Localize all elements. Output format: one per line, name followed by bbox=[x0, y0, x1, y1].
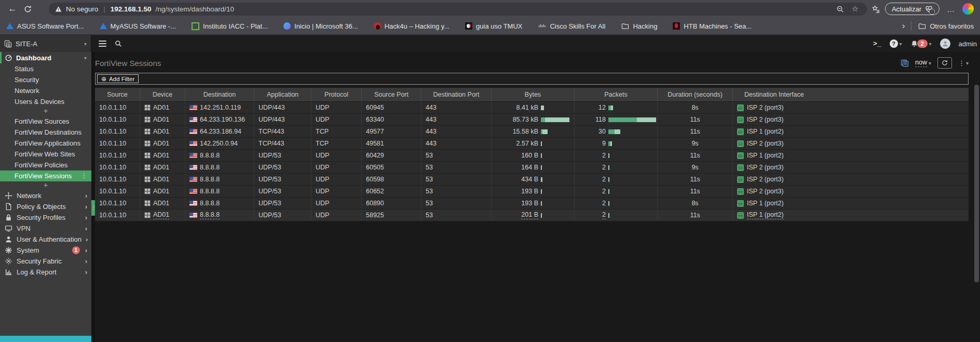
cell-destination[interactable]: 8.8.8.8 bbox=[185, 186, 254, 197]
cell-source[interactable]: 10.0.1.10 bbox=[95, 174, 140, 185]
back-button[interactable]: ← bbox=[6, 4, 19, 14]
sidebar-item-fortiview-web-sites[interactable]: FortiView Web Sites bbox=[0, 149, 91, 160]
cell-destination-port[interactable]: 443 bbox=[421, 114, 492, 125]
column-header-device[interactable]: Device bbox=[140, 88, 185, 101]
cell-application[interactable]: UDP/53 bbox=[254, 186, 311, 197]
cell-device[interactable]: AD01 bbox=[140, 114, 185, 125]
cell-destination-interface[interactable]: ISP 2 (port3) bbox=[733, 114, 969, 125]
copilot-icon[interactable] bbox=[962, 3, 974, 15]
sidebar-item-system[interactable]: System1› bbox=[0, 245, 91, 256]
sidebar-item-users-devices[interactable]: Users & Devices bbox=[0, 96, 91, 107]
cell-application[interactable]: UDP/53 bbox=[254, 150, 311, 161]
bookmarks-overflow-chevron[interactable]: › bbox=[902, 21, 905, 31]
cell-source[interactable]: 10.0.1.10 bbox=[95, 114, 140, 125]
search-icon[interactable] bbox=[115, 40, 122, 47]
cell-packets[interactable]: 12 bbox=[575, 102, 658, 113]
cell-duration[interactable]: 8s bbox=[658, 102, 733, 113]
cell-packets[interactable]: 2 bbox=[575, 162, 658, 173]
cell-source-port[interactable]: 49577 bbox=[362, 126, 421, 137]
cell-application[interactable]: UDP/443 bbox=[254, 102, 311, 113]
cell-source[interactable]: 10.0.1.10 bbox=[95, 126, 140, 137]
sidebar-add-dashboard-button[interactable]: + bbox=[0, 181, 91, 190]
table-row[interactable]: 10.0.1.10 AD01 8.8.8.8 UDP/53 UDP 60429 … bbox=[95, 150, 969, 162]
sidebar-item-status[interactable]: Status bbox=[0, 63, 91, 74]
cell-device[interactable]: AD01 bbox=[140, 198, 185, 209]
cell-packets[interactable]: 30 bbox=[575, 126, 658, 137]
cell-destination[interactable]: 64.233.190.136 bbox=[185, 114, 254, 125]
cell-destination-port[interactable]: 53 bbox=[421, 198, 492, 209]
bookmark-instituto-iacc-plat[interactable]: Instituto IACC - Plat... bbox=[192, 22, 268, 30]
cell-device[interactable]: AD01 bbox=[140, 150, 185, 161]
cell-application[interactable]: TCP/443 bbox=[254, 138, 311, 149]
other-favorites-folder[interactable]: Otros favoritos bbox=[918, 22, 974, 30]
cell-packets[interactable]: 2 bbox=[575, 198, 658, 209]
column-header-application[interactable]: Application bbox=[254, 88, 311, 101]
cell-protocol[interactable]: TCP bbox=[311, 126, 362, 137]
cell-protocol[interactable]: UDP bbox=[311, 186, 362, 197]
cell-bytes[interactable]: 2.57 kB bbox=[492, 138, 575, 149]
cell-packets[interactable]: 118 bbox=[575, 114, 658, 125]
cell-protocol[interactable]: UDP bbox=[311, 114, 362, 125]
cell-destination-port[interactable]: 443 bbox=[421, 102, 492, 113]
cell-source[interactable]: 10.0.1.10 bbox=[95, 150, 140, 161]
help-menu[interactable]: ? ▾ bbox=[890, 40, 902, 48]
table-row[interactable]: 10.0.1.10 AD01 8.8.8.8 UDP/53 UDP 58925 … bbox=[95, 209, 969, 221]
cell-protocol[interactable]: UDP bbox=[311, 174, 362, 185]
cell-destination[interactable]: 8.8.8.8 bbox=[185, 150, 254, 161]
table-row[interactable]: 10.0.1.10 AD01 8.8.8.8 UDP/53 UDP 60505 … bbox=[95, 162, 969, 174]
sidebar-item-security-profiles[interactable]: Security Profiles› bbox=[0, 212, 91, 223]
cell-packets[interactable]: 2 bbox=[575, 186, 658, 197]
sidebar-item-network[interactable]: Network bbox=[0, 85, 91, 96]
bookmark-guia-uso-tmux[interactable]: guia uso TMUX bbox=[465, 22, 522, 30]
zoom-icon[interactable] bbox=[836, 5, 844, 13]
cell-source-port[interactable]: 60890 bbox=[362, 198, 421, 209]
cell-duration[interactable]: 11s bbox=[658, 114, 733, 125]
cell-bytes[interactable]: 15.58 kB bbox=[492, 126, 575, 137]
security-label[interactable]: No seguro bbox=[66, 5, 98, 13]
cell-source[interactable]: 10.0.1.10 bbox=[95, 209, 140, 221]
bookmark-cisco-skills-for-all[interactable]: Cisco Skills For All bbox=[538, 22, 605, 30]
cell-destination-interface[interactable]: ISP 2 (port3) bbox=[733, 186, 969, 197]
column-header-protocol[interactable]: Protocol bbox=[311, 88, 362, 101]
bookmark-myasus-software[interactable]: MyASUS Software -... bbox=[100, 22, 176, 30]
cell-duration[interactable]: 11s bbox=[658, 126, 733, 137]
cell-destination[interactable]: 142.250.0.94 bbox=[185, 138, 254, 149]
cell-destination[interactable]: 8.8.8.8 bbox=[185, 174, 254, 185]
cell-application[interactable]: UDP/53 bbox=[254, 162, 311, 173]
cell-destination[interactable]: 8.8.8.8 bbox=[185, 198, 254, 209]
cell-source[interactable]: 10.0.1.10 bbox=[95, 138, 140, 149]
cell-destination[interactable]: 8.8.8.8 bbox=[185, 162, 254, 173]
cell-application[interactable]: UDP/53 bbox=[254, 174, 311, 185]
cell-duration[interactable]: 11s bbox=[658, 174, 733, 185]
cell-protocol[interactable]: UDP bbox=[311, 150, 362, 161]
cell-destination-port[interactable]: 53 bbox=[421, 162, 492, 173]
cell-bytes[interactable]: 193 B bbox=[492, 198, 575, 209]
table-row[interactable]: 10.0.1.10 AD01 64.233.190.136 UDP/443 UD… bbox=[95, 114, 969, 126]
sidebar-item-security[interactable]: Security bbox=[0, 74, 91, 85]
cell-source[interactable]: 10.0.1.10 bbox=[95, 102, 140, 113]
cell-destination-interface[interactable]: ISP 1 (port2) bbox=[733, 198, 969, 209]
cell-packets[interactable]: 2 bbox=[575, 150, 658, 161]
cell-destination-port[interactable]: 443 bbox=[421, 138, 492, 149]
sidebar-item-vpn[interactable]: VPN› bbox=[0, 223, 91, 234]
sidebar-item-fortiview-destinations[interactable]: FortiView Destinations bbox=[0, 127, 91, 138]
cell-device[interactable]: AD01 bbox=[140, 102, 185, 113]
cell-application[interactable]: UDP/53 bbox=[254, 209, 311, 221]
table-row[interactable]: 10.0.1.10 AD01 142.250.0.94 TCP/443 TCP … bbox=[95, 138, 969, 150]
cell-bytes[interactable]: 160 B bbox=[492, 150, 575, 161]
cell-source-port[interactable]: 60945 bbox=[362, 102, 421, 113]
table-row[interactable]: 10.0.1.10 AD01 8.8.8.8 UDP/53 UDP 60598 … bbox=[95, 174, 969, 186]
cell-device[interactable]: AD01 bbox=[140, 162, 185, 173]
cell-packets[interactable]: 2 bbox=[575, 209, 658, 221]
cell-destination-port[interactable]: 53 bbox=[421, 150, 492, 161]
table-row[interactable]: 10.0.1.10 AD01 142.251.0.119 UDP/443 UDP… bbox=[95, 102, 969, 114]
cell-source-port[interactable]: 58925 bbox=[362, 209, 421, 221]
bookmark-inicio-microsoft-36[interactable]: Inicio | Microsoft 36... bbox=[283, 22, 358, 30]
cell-bytes[interactable]: 164 B bbox=[492, 162, 575, 173]
cell-application[interactable]: UDP/443 bbox=[254, 114, 311, 125]
filter-bar[interactable]: ⊕ Add Filter bbox=[95, 73, 969, 85]
avatar[interactable] bbox=[940, 38, 950, 49]
sidebar-item-fortiview-policies[interactable]: FortiView Policies bbox=[0, 160, 91, 170]
cell-duration[interactable]: 11s bbox=[658, 209, 733, 221]
cell-destination[interactable]: 64.233.186.94 bbox=[185, 126, 254, 137]
